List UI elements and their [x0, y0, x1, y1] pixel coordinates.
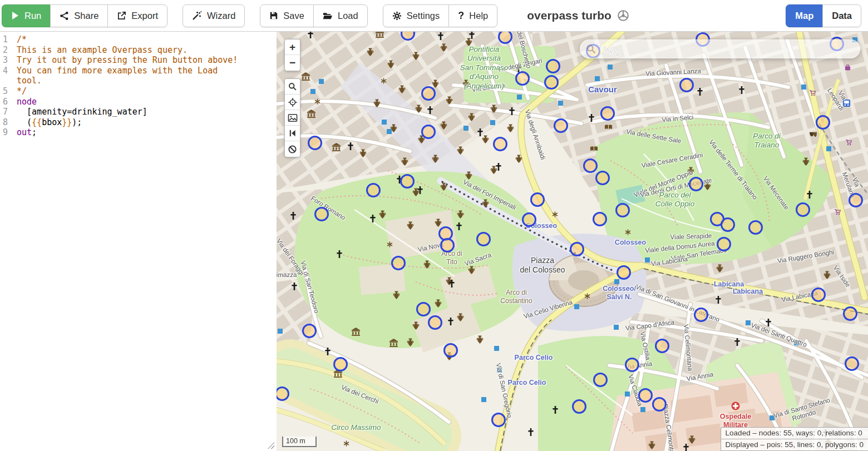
search-icon [585, 43, 596, 54]
save-label: Save [283, 11, 304, 21]
status-panel: Loaded – nodes: 55, ways: 0, relations: … [721, 427, 868, 451]
poi-marker[interactable] [366, 183, 381, 197]
poi-marker[interactable] [615, 203, 630, 217]
poi-marker[interactable] [652, 397, 667, 412]
editor-line[interactable]: 3Try it out by pressing the Run button a… [0, 55, 277, 66]
poi-marker[interactable] [600, 106, 615, 121]
editor-line[interactable]: 7 [amenity=drinking_water] [0, 107, 277, 117]
line-number: 9 [0, 127, 17, 138]
poi-marker[interactable] [554, 118, 568, 133]
poi-marker[interactable] [493, 137, 507, 151]
poi-marker[interactable] [428, 315, 442, 330]
save-button[interactable]: Save [260, 4, 314, 27]
poi-marker[interactable] [416, 302, 431, 316]
line-number: 6 [0, 97, 17, 107]
poi-marker[interactable] [811, 288, 826, 302]
image-icon [288, 113, 298, 122]
poi-marker[interactable] [593, 212, 607, 226]
poi-marker[interactable] [498, 32, 512, 44]
editor-line[interactable]: 9out; [0, 127, 277, 138]
skip-to-data-button[interactable] [285, 126, 300, 141]
play-icon [11, 11, 19, 20]
poi-marker[interactable] [583, 158, 598, 173]
poi-marker[interactable] [655, 339, 669, 353]
poi-marker[interactable] [595, 171, 610, 185]
poi-marker[interactable] [440, 238, 455, 252]
poi-marker[interactable] [421, 86, 436, 101]
query-editor[interactable]: 1/*2This is an example Overpass query.3T… [0, 32, 277, 451]
tab-data-label: Data [832, 11, 852, 21]
editor-resize-grip[interactable] [268, 442, 274, 449]
poi-marker[interactable] [796, 202, 810, 217]
poi-marker[interactable] [333, 357, 348, 371]
line-number: 7 [0, 107, 17, 117]
poi-marker[interactable] [593, 373, 608, 387]
poi-marker[interactable] [849, 193, 863, 207]
run-button[interactable]: Run [2, 4, 51, 27]
poi-marker[interactable] [748, 220, 763, 235]
poi-marker[interactable] [721, 217, 735, 232]
magnifier-icon [288, 82, 297, 91]
editor-line[interactable]: 1/* [0, 34, 277, 45]
poi-marker[interactable] [522, 212, 536, 227]
map-canvas[interactable]: Via BaccinaCavourVia Giovanni LanzaVia i… [277, 32, 868, 451]
zoom-controls: + − [284, 39, 300, 71]
clear-results-button[interactable] [285, 141, 300, 157]
poi-marker[interactable] [515, 71, 530, 86]
editor-line[interactable]: 8 ({{bbox}}); [0, 117, 277, 128]
scale-control: 100 m [282, 437, 317, 447]
poi-marker[interactable] [530, 192, 545, 207]
poi-marker[interactable] [491, 413, 506, 427]
poi-marker[interactable] [400, 174, 415, 189]
poi-marker[interactable] [314, 207, 329, 221]
line-number: 1 [0, 34, 17, 45]
export-button[interactable]: Export [107, 4, 167, 27]
settings-button[interactable]: Settings [383, 4, 450, 27]
map-search-bar[interactable] [580, 39, 860, 58]
save-icon [269, 11, 278, 20]
poi-marker[interactable] [689, 177, 703, 191]
poi-marker[interactable] [421, 125, 436, 139]
tab-data[interactable]: Data [822, 4, 861, 27]
editor-line[interactable]: 5*/ [0, 86, 277, 97]
poi-marker[interactable] [816, 115, 830, 130]
crosshair-icon [288, 97, 298, 107]
poi-marker[interactable] [546, 59, 560, 73]
editor-lines[interactable]: 1/*2This is an example Overpass query.3T… [0, 34, 277, 138]
wizard-button[interactable]: Wizard [183, 4, 245, 27]
help-button[interactable]: ? Help [448, 4, 497, 27]
poi-marker[interactable] [401, 32, 415, 41]
export-label: Export [131, 11, 158, 21]
poi-marker[interactable] [572, 399, 586, 414]
tab-map[interactable]: Map [786, 4, 823, 27]
load-button[interactable]: Load [313, 4, 368, 27]
poi-marker[interactable] [717, 237, 731, 251]
poi-marker[interactable] [391, 256, 406, 270]
steering-wheel-logo-icon [617, 9, 629, 22]
poi-marker[interactable] [544, 75, 559, 90]
poi-marker[interactable] [570, 242, 584, 256]
search-location-button[interactable] [285, 79, 300, 95]
locate-button[interactable] [285, 95, 300, 110]
settings-label: Settings [407, 11, 440, 21]
poi-marker[interactable] [638, 388, 653, 403]
editor-line[interactable]: 4You can find more examples with the Loa… [0, 66, 277, 86]
poi-marker[interactable] [625, 358, 639, 372]
export-image-button[interactable] [285, 110, 300, 126]
magic-wand-icon [192, 11, 202, 21]
poi-marker[interactable] [845, 356, 859, 371]
editor-line[interactable]: 2This is an example Overpass query. [0, 45, 277, 56]
poi-marker[interactable] [694, 308, 708, 322]
poi-marker[interactable] [308, 136, 322, 150]
poi-marker[interactable] [679, 78, 694, 92]
poi-marker[interactable] [302, 324, 317, 338]
zoom-in-button[interactable]: + [285, 39, 300, 55]
editor-line[interactable]: 6node [0, 97, 277, 107]
poi-marker[interactable] [277, 386, 289, 401]
share-button[interactable]: Share [50, 4, 108, 27]
zoom-out-button[interactable]: − [285, 55, 300, 71]
poi-marker[interactable] [443, 343, 458, 358]
poi-marker[interactable] [617, 265, 631, 280]
poi-marker[interactable] [476, 232, 491, 246]
poi-marker[interactable] [843, 306, 857, 321]
